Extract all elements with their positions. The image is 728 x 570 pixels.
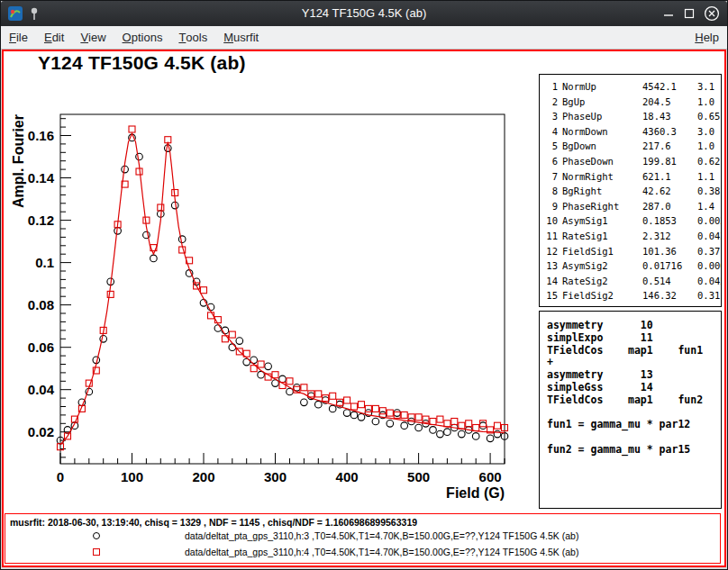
svg-text:0.1: 0.1 — [35, 255, 54, 270]
svg-text:300: 300 — [264, 469, 287, 484]
menu-options[interactable]: Options — [114, 26, 171, 49]
fit-parameters-panel: 1NormUp4542.13.12BgUp204.51.03PhaseUp18.… — [539, 74, 722, 307]
stat-row: 13AsymSig20.017160.00098 — [540, 258, 721, 274]
root-canvas[interactable]: 01002003004005006000.020.040.060.080.10.… — [2, 50, 726, 567]
stats-rows: 1NormUp4542.13.12BgUp204.51.03PhaseUp18.… — [540, 79, 721, 303]
stat-row: 1NormUp4542.13.1 — [540, 79, 721, 95]
stat-row: 3PhaseUp18.430.65 — [540, 109, 721, 124]
close-button[interactable] — [704, 5, 720, 22]
svg-text:200: 200 — [192, 469, 214, 484]
svg-text:500: 500 — [407, 469, 430, 484]
legend-text-1: data/deltat_pta_gps_3110,h:3 ,T0=4.50K,T… — [185, 530, 578, 541]
stat-row: 11RateSig12.3120.043 — [540, 229, 721, 244]
legend-pad: musrfit: 2018-06-30, 13:19:40, chisq = 1… — [5, 513, 721, 564]
application-window: Y124 TF150G 4.5K (ab) File Edit View Opt… — [0, 0, 728, 570]
window-title: Y124 TF150G 4.5K (ab) — [1, 1, 727, 26]
svg-text:0.06: 0.06 — [28, 339, 54, 355]
svg-text:Field (G): Field (G) — [446, 485, 505, 501]
svg-text:400: 400 — [336, 469, 359, 484]
svg-text:600: 600 — [479, 469, 502, 484]
menu-file[interactable]: File — [1, 26, 36, 49]
stat-row: 7NormRight621.11.1 — [540, 169, 721, 185]
fit-info: musrfit: 2018-06-30, 13:19:40, chisq = 1… — [5, 514, 720, 528]
svg-text:0.14: 0.14 — [28, 170, 55, 185]
stat-row: 8BgRight42.620.38 — [540, 184, 721, 199]
svg-text:0.12: 0.12 — [28, 213, 54, 228]
menu-help[interactable]: Help — [687, 26, 727, 49]
svg-text:0.08: 0.08 — [28, 297, 54, 312]
legend-entry-2: data/deltat_pta_gps_3110,h:4 ,T0=4.50K,T… — [5, 544, 720, 560]
maximize-button[interactable] — [683, 7, 696, 20]
fourier-plot[interactable]: 01002003004005006000.020.040.060.080.10.… — [4, 51, 539, 512]
stat-row: 2BgUp204.51.0 — [540, 95, 721, 110]
stat-row: 9PhaseRight287.01.4 — [540, 199, 721, 214]
legend-text-2: data/deltat_pta_gps_3110,h:4 ,T0=4.50K,T… — [185, 547, 578, 557]
minimize-button[interactable] — [662, 7, 675, 20]
stat-row: 12FieldSig1101.360.37 — [540, 244, 721, 259]
menu-tools[interactable]: Tools — [170, 26, 215, 49]
theory-text: asymmetry 10 simplExpo 11 TFieldCos map1… — [540, 312, 721, 457]
menu-spacer — [267, 26, 687, 49]
stat-row: 14RateSig20.5140.045 — [540, 274, 721, 289]
stat-row: 15FieldSig2146.320.31 — [540, 288, 721, 303]
svg-text:Ampl. Fourier: Ampl. Fourier — [11, 114, 26, 208]
plot-title: Y124 TF150G 4.5K (ab) — [38, 52, 246, 74]
stat-row: 6PhaseDown199.810.62 — [540, 154, 721, 169]
svg-text:0.16: 0.16 — [28, 128, 54, 143]
open-circle-icon — [93, 532, 100, 539]
svg-text:0: 0 — [57, 469, 64, 484]
menubar: File Edit View Options Tools Musrfit Hel… — [1, 26, 727, 50]
stat-row: 10AsymSig10.18530.0028 — [540, 213, 721, 229]
svg-text:0.02: 0.02 — [28, 424, 54, 439]
stat-row: 5BgDown217.61.0 — [540, 139, 721, 154]
menu-musrfit[interactable]: Musrfit — [215, 26, 267, 49]
open-square-icon — [93, 548, 100, 556]
app-icon[interactable] — [8, 6, 23, 21]
titlebar: Y124 TF150G 4.5K (ab) — [1, 1, 727, 26]
menu-edit[interactable]: Edit — [36, 26, 72, 49]
stat-row: 4NormDown4360.33.0 — [540, 124, 721, 140]
svg-text:0.04: 0.04 — [28, 382, 55, 397]
menu-view[interactable]: View — [72, 26, 114, 49]
legend-entry-1: data/deltat_pta_gps_3110,h:3 ,T0=4.50K,T… — [5, 528, 720, 544]
svg-text:100: 100 — [121, 469, 143, 484]
pin-icon[interactable] — [29, 7, 40, 21]
theory-panel: asymmetry 10 simplExpo 11 TFieldCos map1… — [539, 311, 722, 509]
